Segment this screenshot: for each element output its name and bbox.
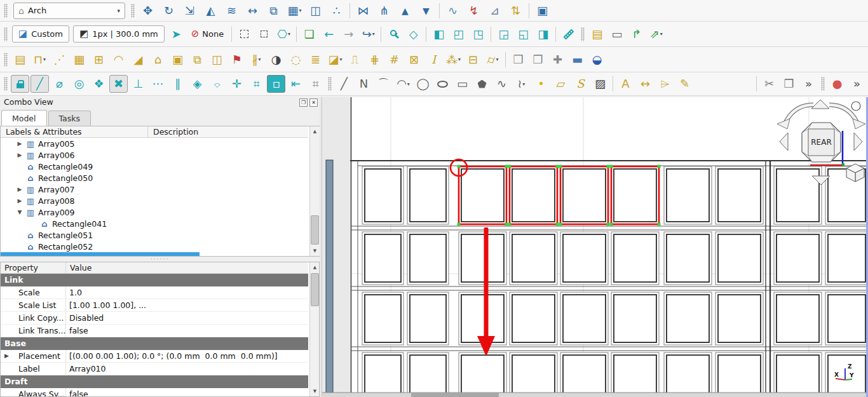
expander-icon[interactable]: ▶ xyxy=(15,152,25,158)
text-icon[interactable]: A xyxy=(616,75,635,93)
dropdown-arrow-icon[interactable]: ▾ xyxy=(340,57,342,62)
view-front-icon[interactable]: ◧ xyxy=(430,25,448,43)
polygon-icon[interactable] xyxy=(473,75,491,93)
tab-model[interactable]: Model xyxy=(1,110,47,126)
snap-near-icon[interactable]: ⌔ xyxy=(208,75,226,93)
tree-scrollbar[interactable]: ▲ ▼ xyxy=(309,126,320,256)
property-row[interactable]: ▶Placement[(0.00 0.00 1.00); 0.0 °; (0.0… xyxy=(1,350,308,363)
custom-style-button[interactable]: ◪Custom xyxy=(12,25,69,43)
snap-endpoint-icon[interactable]: ╱ xyxy=(31,75,49,93)
snap-midpoint-icon[interactable]: ⌀ xyxy=(50,75,69,93)
snap-grid-icon[interactable]: ⌗ xyxy=(247,75,266,93)
3d-scene[interactable]: REARZXY xyxy=(322,97,868,397)
snap-intersection-icon[interactable]: ✖ xyxy=(109,75,128,93)
stairs-icon[interactable]: ≣ xyxy=(306,51,325,69)
curtain-wall-icon[interactable]: ▦ xyxy=(70,51,88,69)
expander-icon[interactable]: ▼ xyxy=(15,209,25,215)
expander-icon[interactable]: ▶ xyxy=(15,140,25,147)
scroll-up-icon[interactable]: ▲ xyxy=(310,126,320,137)
project-icon[interactable]: ◠ xyxy=(109,51,128,69)
property-row[interactable]: Link Trans...false xyxy=(1,325,308,337)
tree-item[interactable]: ▶▥Array005 xyxy=(1,138,308,149)
line-width-button[interactable]: ◩1px | 300.0 mm xyxy=(73,25,165,43)
toolbar-grip[interactable] xyxy=(131,4,135,18)
scale-icon[interactable]: ⇲ xyxy=(180,3,200,19)
property-value[interactable]: Disabled xyxy=(66,312,308,325)
facebinder-icon[interactable]: ▱ xyxy=(552,75,570,93)
slope-icon[interactable]: ⊿ xyxy=(485,3,505,19)
ellipse-icon[interactable] xyxy=(433,75,452,93)
annotation-style-icon[interactable]: ✎ xyxy=(675,75,694,93)
toggle-grid-icon[interactable]: ⌗ xyxy=(306,75,325,93)
axonometric-view-icon[interactable]: ◇ xyxy=(404,25,423,43)
dimension-icon[interactable]: ↔ xyxy=(636,75,654,93)
nav-arrow-up-icon[interactable] xyxy=(811,100,829,109)
toolbar-grip[interactable] xyxy=(821,77,825,91)
snap-working-plane-icon[interactable]: ▫ xyxy=(267,75,285,93)
tree-item[interactable]: ⌂Rectangle052 xyxy=(1,241,308,252)
view-left-icon[interactable]: ◨ xyxy=(534,25,552,43)
tree-item[interactable]: ⌂Rectangle050 xyxy=(1,172,308,184)
view-right-icon[interactable]: ◳ xyxy=(469,25,487,43)
dropdown-arrow-icon[interactable]: ▾ xyxy=(522,81,525,87)
property-scroll-thumb[interactable] xyxy=(311,273,319,306)
split-icon[interactable]: ⋔ xyxy=(374,3,394,19)
space-icon[interactable]: ◌ xyxy=(287,51,305,69)
snap-ortho-icon[interactable]: ✛ xyxy=(227,75,246,93)
toolbar-grip[interactable] xyxy=(581,27,585,41)
select-subelement-icon[interactable] xyxy=(255,25,273,43)
tree-item[interactable]: ▼▥Array009 xyxy=(1,206,308,218)
rotate-icon[interactable]: ↻ xyxy=(159,3,179,19)
downgrade-icon[interactable]: ▼ xyxy=(416,3,436,19)
snap-dimensions-icon[interactable]: ⇤ xyxy=(287,75,305,93)
copy-icon[interactable]: ❐ xyxy=(780,75,798,93)
building-part-icon[interactable]: ⊞ xyxy=(90,51,108,69)
autogroup-none[interactable]: ⊘None xyxy=(191,29,224,39)
path-array-icon[interactable]: ◫ xyxy=(306,3,325,19)
frame-icon[interactable]: ⋕ xyxy=(365,51,384,69)
nav-back-icon[interactable]: ← xyxy=(320,25,338,43)
survey-icon[interactable]: ◒ xyxy=(588,51,606,69)
rectangle-icon[interactable]: ▭ xyxy=(453,75,471,93)
property-row[interactable]: Scale1.0 xyxy=(1,286,308,299)
toolbar-grip[interactable] xyxy=(4,27,8,41)
export-options-icon[interactable]: ⇗▾ xyxy=(647,25,665,43)
expander-icon[interactable]: ▶ xyxy=(15,198,25,204)
floor-icon[interactable]: ▣ xyxy=(168,51,187,69)
tree-item[interactable]: ▶▥Array006 xyxy=(1,149,308,161)
rebar-icon[interactable]: ⋰ xyxy=(50,51,69,69)
expander-icon[interactable]: ▶ xyxy=(15,186,25,192)
tree-item[interactable]: ⌂Rectangle051 xyxy=(1,229,308,241)
shapestring-icon[interactable]: S xyxy=(571,75,590,93)
apply-style-icon[interactable]: ➤ xyxy=(167,25,186,43)
section-plane-icon[interactable]: ◑ xyxy=(267,51,285,69)
workbench-selector[interactable]: ⌂Arch▾ xyxy=(13,3,125,19)
snap-special-icon[interactable]: ◈ xyxy=(188,75,207,93)
draft-to-sketch-icon[interactable]: ∿ xyxy=(443,3,463,19)
bricks-icon[interactable]: ▤ xyxy=(588,25,606,43)
window-icon[interactable]: ◫ xyxy=(208,51,226,69)
pipe-icon[interactable]: ⌭▾ xyxy=(484,51,502,69)
nav-arrow-right-icon[interactable] xyxy=(854,133,862,151)
property-value[interactable]: false xyxy=(66,388,308,397)
nav-reset-circle-icon[interactable] xyxy=(851,102,860,111)
snap-center-icon[interactable]: ◎ xyxy=(70,75,88,93)
snap-parallel-icon[interactable]: ∥ xyxy=(168,75,187,93)
tree-item[interactable]: ▶▥Array007 xyxy=(1,184,308,195)
schedule-icon[interactable]: ⊟ xyxy=(464,51,482,69)
dropdown-arrow-icon[interactable]: ▾ xyxy=(496,57,498,62)
property-group-row[interactable]: Link xyxy=(1,274,308,286)
snap-lock-icon[interactable] xyxy=(11,75,29,93)
tree-item[interactable]: ⌂Rectangle041 xyxy=(1,218,308,229)
link-navigate-icon[interactable]: ↪▾ xyxy=(359,25,377,43)
dropdown-arrow-icon[interactable]: ▾ xyxy=(660,31,663,37)
toolbar-overflow-icon[interactable]: » xyxy=(799,75,818,93)
tab-tasks[interactable]: Tasks xyxy=(48,111,92,126)
add-component-icon[interactable]: ✚ xyxy=(548,51,567,69)
zoom-icon[interactable]: ▾ xyxy=(384,25,403,43)
dropdown-arrow-icon[interactable]: ▾ xyxy=(299,8,302,13)
toggle-nonsolid-icon[interactable]: ⎔▾ xyxy=(275,25,293,43)
cut-line-icon[interactable]: ❐ xyxy=(529,51,547,69)
tree-scroll-thumb[interactable] xyxy=(311,215,319,245)
property-group-row[interactable]: Draft xyxy=(1,375,308,388)
